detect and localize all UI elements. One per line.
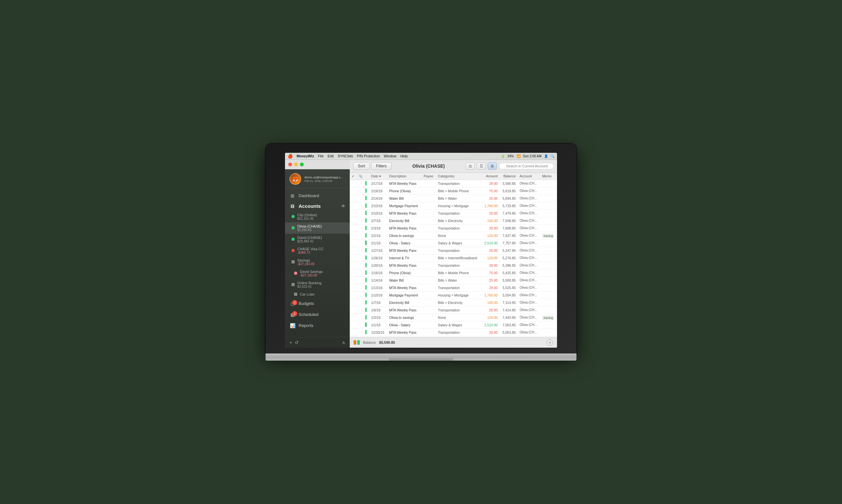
- account-item-car-loan[interactable]: Car Loan: [285, 290, 350, 298]
- table-row[interactable]: 1/14/16 Water Bill Bills > Water 25.00 5…: [350, 276, 557, 284]
- row-check[interactable]: [350, 217, 356, 224]
- row-check[interactable]: [350, 276, 356, 284]
- row-check[interactable]: [350, 321, 356, 328]
- table-row[interactable]: 1/7/16 Electricity Bill Bills > Electric…: [350, 299, 557, 306]
- account-balance-david: $29,484.42: [297, 239, 345, 243]
- row-date: 1/10/16: [369, 291, 387, 299]
- row-check[interactable]: [350, 306, 356, 314]
- table-row[interactable]: 1/10/16 Mortgage Payment Housing > Mortg…: [350, 291, 557, 299]
- sidebar-item-dashboard[interactable]: ⊞ Dashboard: [285, 190, 350, 201]
- table-row[interactable]: 1/13/16 MTA Weekly Pass Transportation 2…: [350, 284, 557, 291]
- table-row[interactable]: 1/6/16 MTA Weekly Pass Transportation 29…: [350, 306, 557, 314]
- table-row[interactable]: 2/2/16 Olivia to savings None 120.00 7,6…: [350, 232, 557, 239]
- col-date-header[interactable]: Date ▾: [369, 173, 387, 180]
- table-row[interactable]: 2/14/16 Water Bill Bills > Water 25.00 5…: [350, 195, 557, 202]
- menu-window[interactable]: Window: [384, 154, 397, 158]
- row-amount: 120.00: [481, 254, 500, 262]
- row-check[interactable]: [350, 247, 356, 254]
- add-account-button[interactable]: +: [290, 340, 292, 345]
- table-row[interactable]: 1/27/16 MTA Weekly Pass Transportation 2…: [350, 247, 557, 254]
- balance-view-button[interactable]: ⚖: [466, 162, 475, 169]
- menu-help[interactable]: Help: [400, 154, 408, 158]
- account-item-olivia[interactable]: Olivia (CHASE) $5,590.85: [285, 222, 350, 234]
- col-amount-header[interactable]: Amount: [481, 173, 500, 180]
- row-check[interactable]: [350, 291, 356, 299]
- maximize-button[interactable]: [300, 162, 304, 166]
- row-check[interactable]: [350, 210, 356, 217]
- account-item-city[interactable]: City (Online) $21,101.45: [285, 211, 350, 222]
- row-status: [365, 328, 369, 336]
- row-check[interactable]: [350, 254, 356, 262]
- table-row[interactable]: 1/1/16 Olivia - Salary Salary & Wages 2,…: [350, 321, 557, 328]
- sidebar-item-reports[interactable]: 📊 Reports: [285, 320, 350, 331]
- col-balance-header[interactable]: Balance: [500, 173, 518, 180]
- add-transaction-button[interactable]: +: [547, 339, 553, 346]
- app-name[interactable]: MoneyWiz: [297, 154, 314, 158]
- row-check[interactable]: [350, 328, 356, 336]
- col-description-header[interactable]: Description: [387, 173, 422, 180]
- sidebar-item-budgets[interactable]: ◔ Budgets 2: [285, 298, 350, 309]
- row-check[interactable]: [350, 232, 356, 239]
- row-check[interactable]: [350, 269, 356, 276]
- search-menubar-icon[interactable]: 🔍: [550, 155, 555, 158]
- row-check[interactable]: [350, 299, 356, 306]
- grid-view-button[interactable]: ⊞: [488, 162, 497, 169]
- account-item-online-banking[interactable]: Online Banking $3,523.41: [285, 279, 350, 290]
- table-row[interactable]: 1/20/16 MTA Weekly Pass Transportation 2…: [350, 262, 557, 269]
- row-check[interactable]: [350, 202, 356, 210]
- table-row[interactable]: 2/17/16 MTA Weekly Pass Transportation 2…: [350, 180, 557, 187]
- row-check[interactable]: [350, 224, 356, 232]
- table-row[interactable]: 2/3/16 MTA Weekly Pass Transportation 29…: [350, 224, 557, 232]
- account-item-david[interactable]: David (CHASE) $29,484.42: [285, 234, 350, 245]
- menu-file[interactable]: File: [318, 154, 324, 158]
- balance-value: $5,590.85: [379, 341, 395, 344]
- row-check[interactable]: [350, 195, 356, 202]
- table-row[interactable]: 12/30/15 MTA Weekly Pass Transportation …: [350, 328, 557, 336]
- table-row[interactable]: 2/10/16 Mortgage Payment Housing > Mortg…: [350, 202, 557, 210]
- account-info-city: City (Online) $21,101.45: [297, 213, 345, 220]
- row-attach: [356, 224, 365, 232]
- row-description: Water Bill: [387, 195, 422, 202]
- row-description: Mortgage Payment: [387, 202, 422, 210]
- table-row[interactable]: 1/2/16 Olivia to savings None 120.00 7,4…: [350, 314, 557, 321]
- table-row[interactable]: 1/16/16 Phone (Olivia) Bills > Mobile Ph…: [350, 269, 557, 276]
- filters-button[interactable]: Filters: [371, 162, 391, 170]
- row-check[interactable]: [350, 314, 356, 321]
- minimize-button[interactable]: [294, 162, 298, 166]
- account-item-chase-visa[interactable]: CHASE Visa CC -$389.73: [285, 245, 350, 256]
- row-category: Transportation: [436, 180, 481, 187]
- sort-button[interactable]: Sort: [353, 162, 370, 170]
- search-input[interactable]: [499, 163, 554, 169]
- collapse-sidebar-button[interactable]: ∧: [342, 340, 345, 345]
- row-check[interactable]: [350, 284, 356, 291]
- row-check[interactable]: [350, 180, 356, 187]
- apple-menu[interactable]: 🍎: [287, 154, 293, 159]
- col-categories-header[interactable]: Categories: [436, 173, 481, 180]
- row-status: [365, 195, 369, 202]
- table-row[interactable]: 2/7/16 Electricity Bill Bills > Electric…: [350, 217, 557, 224]
- menu-syncbits[interactable]: SYNCbits: [337, 154, 353, 158]
- sidebar-item-scheduled[interactable]: ▦ Scheduled 1: [285, 309, 350, 320]
- table-row[interactable]: 2/10/16 MTA Weekly Pass Transportation 2…: [350, 210, 557, 217]
- history-button[interactable]: ↺: [295, 340, 299, 345]
- account-item-savings-folder[interactable]: Savings -$27,160.00: [285, 256, 350, 268]
- menu-pin[interactable]: PIN Protection: [357, 154, 380, 158]
- table-row[interactable]: 2/16/16 Phone (Olivia) Bills > Mobile Ph…: [350, 187, 557, 195]
- account-item-david-savings[interactable]: David Savings -$27,160.00: [285, 268, 350, 279]
- sidebar-item-accounts[interactable]: ⊟ Accounts 👁: [285, 201, 350, 211]
- close-button[interactable]: [288, 162, 292, 166]
- table-row[interactable]: 2/1/16 Olivia - Salary Salary & Wages 2,…: [350, 239, 557, 247]
- row-memo: [540, 269, 557, 276]
- list-view-button[interactable]: ☰: [477, 162, 486, 169]
- scheduled-label: Scheduled: [299, 312, 318, 317]
- table-row[interactable]: 1/26/16 Internet & TV Bills > Internet/B…: [350, 254, 557, 262]
- row-check[interactable]: [350, 239, 356, 247]
- col-account-header[interactable]: Account: [518, 173, 541, 180]
- col-payee-header[interactable]: Payee: [422, 173, 436, 180]
- row-check[interactable]: [350, 187, 356, 195]
- col-memo-header[interactable]: Memo: [540, 173, 557, 180]
- row-check[interactable]: [350, 262, 356, 269]
- row-memo: [540, 217, 557, 224]
- accounts-visibility-icon[interactable]: 👁: [341, 204, 345, 209]
- menu-edit[interactable]: Edit: [328, 154, 334, 158]
